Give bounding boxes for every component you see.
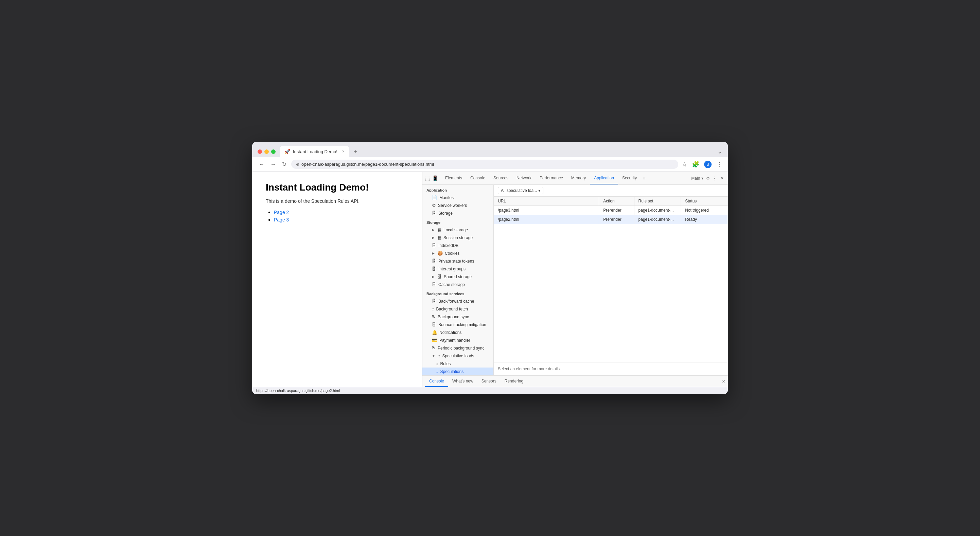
sidebar-item-session-storage[interactable]: ▶ ▦ Session storage (422, 234, 493, 242)
notifications-label: Notifications (439, 330, 461, 335)
tab-overflow-button[interactable]: ⌄ (718, 148, 722, 155)
arrow-icon: ▶ (432, 275, 434, 278)
sidebar-item-private-state-tokens[interactable]: 🗄 Private state tokens (422, 257, 493, 265)
devtools-more-icon[interactable]: ⋮ (713, 176, 717, 181)
main-content: Instant Loading Demo! This is a demo of … (252, 172, 728, 387)
devtools-main-panel: All speculative loa... ▾ URL Action Rule… (494, 185, 728, 375)
payment-handler-icon: 💳 (432, 338, 438, 343)
sidebar-item-speculations[interactable]: ↕ Speculations (422, 367, 493, 375)
sidebar-item-cache-storage[interactable]: 🗄 Cache storage (422, 281, 493, 288)
tab-performance[interactable]: Performance (536, 172, 567, 184)
reload-button[interactable]: ↻ (281, 160, 288, 169)
local-storage-icon: ▦ (438, 227, 441, 232)
sidebar-item-cookies[interactable]: ▶ 🍪 Cookies (422, 249, 493, 257)
col-header-ruleset: Rule set (634, 197, 681, 206)
sidebar-item-background-fetch[interactable]: ↕ Background fetch (422, 305, 493, 313)
settings-icon[interactable]: ⚙ (706, 176, 710, 181)
periodic-bg-sync-icon: ↻ (432, 345, 436, 350)
manifest-icon: 📄 (432, 195, 438, 200)
devtools-toolbar: ⬚ 📱 Elements Console Sources Network Per… (422, 172, 728, 185)
sidebar-item-background-sync[interactable]: ↻ Background sync (422, 313, 493, 321)
page2-link[interactable]: Page 2 (274, 210, 289, 215)
forward-button[interactable]: → (269, 160, 277, 169)
sidebar-item-notifications[interactable]: 🔔 Notifications (422, 328, 493, 336)
indexeddb-icon: 🗄 (432, 243, 436, 248)
tab-memory[interactable]: Memory (567, 172, 590, 184)
private-state-tokens-label: Private state tokens (438, 259, 474, 264)
bottom-tab-rendering[interactable]: Rendering (501, 376, 527, 387)
devtools-close-button[interactable]: × (719, 174, 725, 183)
tab-console[interactable]: Console (466, 172, 489, 184)
sidebar-item-indexeddb[interactable]: 🗄 IndexedDB (422, 242, 493, 249)
cookies-icon: 🍪 (438, 251, 443, 256)
background-fetch-label: Background fetch (436, 307, 468, 312)
sidebar-item-shared-storage[interactable]: ▶ 🗄 Shared storage (422, 273, 493, 281)
speculative-loads-icon: ↕ (438, 353, 441, 358)
tab-elements[interactable]: Elements (441, 172, 466, 184)
active-tab[interactable]: 🚀 Instant Loading Demo! × (280, 146, 349, 157)
tab-favicon: 🚀 (285, 149, 290, 154)
sidebar-item-interest-groups[interactable]: 🗄 Interest groups (422, 265, 493, 273)
bottom-tab-whats-new[interactable]: What's new (448, 376, 477, 387)
bottom-tab-sensors[interactable]: Sensors (477, 376, 501, 387)
background-sync-label: Background sync (438, 315, 469, 319)
sidebar-item-bounce-tracking[interactable]: 🗄 Bounce tracking mitigation (422, 321, 493, 328)
row-url: /page2.html (494, 215, 599, 224)
sidebar-item-manifest[interactable]: 📄 Manifest (422, 194, 493, 201)
filter-dropdown[interactable]: All speculative loa... ▾ (498, 187, 543, 194)
table-row[interactable]: /page3.html Prerender page1-document-...… (494, 206, 728, 215)
cache-storage-label: Cache storage (438, 282, 465, 287)
menu-icon[interactable]: ⋮ (716, 161, 722, 168)
filter-label: All speculative loa... (501, 188, 537, 193)
close-button[interactable] (258, 150, 262, 154)
tabs-more-button[interactable]: » (641, 176, 648, 181)
sidebar-item-storage-top[interactable]: 🗄 Storage (422, 209, 493, 217)
sidebar-item-speculative-loads[interactable]: ▼ ↕ Speculative loads (422, 352, 493, 360)
col-header-url: URL (494, 197, 599, 206)
inspect-icon[interactable]: ⬚ (425, 175, 430, 181)
minimize-button[interactable] (264, 150, 269, 154)
device-icon[interactable]: 📱 (432, 175, 438, 181)
tab-network[interactable]: Network (512, 172, 536, 184)
profile-icon[interactable]: B (704, 161, 711, 168)
extensions-icon[interactable]: 🧩 (692, 161, 699, 168)
list-item: Page 3 (274, 217, 408, 223)
new-tab-button[interactable]: + (351, 147, 360, 156)
sidebar-item-periodic-bg-sync[interactable]: ↻ Periodic background sync (422, 344, 493, 352)
back-button[interactable]: ← (258, 160, 266, 169)
table-row[interactable]: /page2.html Prerender page1-document-...… (494, 215, 728, 224)
bottom-close-button[interactable]: × (722, 379, 725, 385)
manifest-label: Manifest (439, 195, 455, 200)
sidebar-item-local-storage[interactable]: ▶ ▦ Local storage (422, 226, 493, 234)
periodic-bg-sync-label: Periodic background sync (438, 346, 484, 350)
toolbar-icons: ☆ 🧩 B ⋮ (682, 161, 722, 168)
bookmark-icon[interactable]: ☆ (682, 161, 687, 168)
tab-application[interactable]: Application (590, 172, 618, 184)
sidebar-item-service-workers[interactable]: ⚙ Service workers (422, 201, 493, 209)
sidebar-item-payment-handler[interactable]: 💳 Payment handler (422, 336, 493, 344)
rules-label: Rules (441, 361, 451, 366)
indexeddb-label: IndexedDB (438, 243, 458, 248)
local-storage-label: Local storage (444, 227, 468, 232)
tab-sources[interactable]: Sources (489, 172, 512, 184)
address-field[interactable]: ⊕ open-chalk-asparagus.glitch.me/page1-d… (291, 160, 678, 169)
bottom-tab-console[interactable]: Console (425, 376, 448, 387)
tab-bar: 🚀 Instant Loading Demo! × + (280, 146, 713, 157)
tab-security[interactable]: Security (618, 172, 641, 184)
speculations-icon: ↕ (436, 369, 438, 374)
page3-link[interactable]: Page 3 (274, 217, 289, 223)
sidebar-item-back-forward-cache[interactable]: 🗄 Back/forward cache (422, 297, 493, 305)
title-bar: 🚀 Instant Loading Demo! × + ⌄ (252, 142, 728, 157)
address-bar: ← → ↻ ⊕ open-chalk-asparagus.glitch.me/p… (252, 157, 728, 172)
tab-close-button[interactable]: × (342, 149, 345, 154)
rules-icon: ↕ (436, 361, 438, 366)
table-area: URL Action Rule set Status /page3.html P… (494, 197, 728, 362)
maximize-button[interactable] (271, 150, 275, 154)
interest-groups-icon: 🗄 (432, 266, 436, 271)
row-ruleset: page1-document-... (634, 206, 681, 215)
list-item: Page 2 (274, 209, 408, 215)
devtools-sidebar: Application 📄 Manifest ⚙ Service workers… (422, 185, 494, 375)
details-text: Select an element for more details (498, 366, 560, 371)
sidebar-item-rules[interactable]: ↕ Rules (422, 360, 493, 367)
devtools-panel: ⬚ 📱 Elements Console Sources Network Per… (422, 172, 728, 387)
